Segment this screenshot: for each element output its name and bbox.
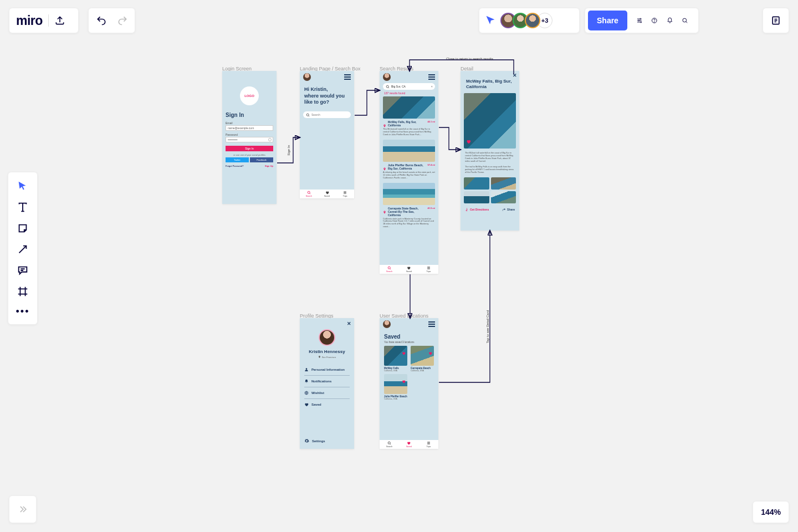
walking-icon	[465, 208, 469, 212]
saved-subtitle: California, USA	[384, 370, 407, 372]
profile-name: Kristin Hennessy	[300, 349, 354, 354]
result-image	[383, 183, 435, 205]
search-value: Big Sur, CA	[391, 85, 406, 88]
social-hint: or use one of your social profiles	[226, 154, 273, 156]
board-canvas[interactable]: Login Screen Landing Page / Search Box S…	[0, 0, 798, 532]
get-directions-button[interactable]: Get Directions	[465, 208, 489, 212]
svg-point-12	[306, 368, 308, 370]
tab-trips[interactable]: Trips	[419, 265, 438, 274]
frame-detail[interactable]: ✕ McWay Falls, Big Sur, California The 8…	[461, 71, 519, 231]
frame-search-results[interactable]: Big Sur, CA × 137 results found McWay Fa…	[380, 71, 438, 274]
detail-paragraph: The 80-foot tall waterfall on the coast …	[465, 152, 515, 163]
tab-search[interactable]: Search	[300, 190, 318, 198]
tab-search[interactable]: Search	[380, 265, 399, 274]
thumbnail[interactable]	[491, 191, 516, 203]
result-description: A relaxing day at the beach awaits at th…	[383, 171, 435, 180]
menu-notifications[interactable]: Notifications	[304, 376, 350, 387]
search-icon	[306, 113, 310, 117]
menu-settings[interactable]: Settings	[304, 438, 325, 443]
bottom-tabbar: Search Saved Trips	[300, 190, 354, 198]
signin-button[interactable]: Sign In	[226, 146, 273, 151]
menu-icon[interactable]	[344, 74, 351, 80]
tab-saved[interactable]: Saved	[399, 440, 418, 449]
password-label: Password	[226, 133, 273, 136]
tab-saved[interactable]: Saved	[399, 265, 418, 274]
frame-profile[interactable]: ✕ Kristin Hennessy San Francisco Persona…	[300, 318, 354, 449]
bottom-tabbar: Search Saved Trips	[380, 265, 438, 274]
menu-wishlist[interactable]: Wishlist	[304, 387, 350, 399]
result-description: California state park in Monterey County…	[383, 218, 435, 229]
result-description: This 80-foot-tall waterfall on the coast…	[383, 128, 435, 136]
heart-icon	[304, 402, 309, 407]
frame-landing[interactable]: Hi Kristin, where would you like to go? …	[300, 71, 354, 198]
thumbnail[interactable]	[491, 177, 516, 190]
heart-icon[interactable]	[428, 347, 432, 357]
tab-saved[interactable]: Saved	[318, 190, 336, 198]
svg-point-14	[388, 442, 390, 444]
annotation: Tap to see Detail Card	[486, 310, 489, 343]
heart-icon[interactable]	[402, 347, 406, 357]
saved-card[interactable]: Julia Pfeiffer Beach California, USA	[384, 374, 407, 400]
eye-icon[interactable]	[268, 138, 272, 141]
svg-point-11	[467, 208, 467, 208]
saved-image	[384, 374, 407, 394]
share-button[interactable]: Share	[502, 208, 515, 212]
email-field[interactable]: name@example.com	[226, 125, 273, 131]
search-input[interactable]: Big Sur, CA ×	[383, 83, 435, 90]
frame-login[interactable]: LOGO Sign In Email name@example.com Pass…	[222, 71, 277, 204]
saved-subtitle: California, USA	[411, 370, 434, 372]
result-card[interactable]: McWay Falls, Big Sur, California 42.1 mi…	[383, 96, 435, 136]
forgot-password-link[interactable]: Forgot Password?	[226, 165, 243, 167]
globe-icon	[304, 391, 309, 395]
tab-trips[interactable]: Trips	[419, 440, 438, 449]
profile-avatar[interactable]	[319, 329, 335, 346]
saved-subheading: You have saved 3 locations	[380, 340, 438, 346]
close-icon[interactable]: ✕	[347, 321, 351, 326]
menu-saved[interactable]: Saved	[304, 399, 350, 410]
thumbnail[interactable]	[464, 177, 489, 190]
password-field[interactable]: ••••••••••	[226, 137, 273, 142]
result-image	[383, 140, 435, 162]
detail-gallery	[461, 176, 519, 204]
tab-trips[interactable]: Trips	[336, 190, 354, 198]
menu-icon[interactable]	[428, 321, 435, 327]
result-image	[383, 96, 435, 119]
svg-point-10	[388, 267, 390, 269]
svg-point-7	[306, 114, 309, 116]
saved-card[interactable]: McWay Falls California, USA	[384, 346, 407, 372]
facebook-button[interactable]: Facebook	[250, 157, 273, 162]
saved-card[interactable]: Garrapata Beach California, USA	[411, 346, 434, 372]
search-icon	[386, 85, 390, 89]
avatar[interactable]	[383, 320, 391, 328]
login-heading: Sign In	[226, 112, 273, 118]
pin-icon	[318, 355, 321, 359]
clear-icon[interactable]: ×	[431, 85, 433, 88]
frame-saved[interactable]: Saved You have saved 3 locations McWay F…	[380, 318, 438, 449]
svg-point-8	[308, 191, 310, 193]
result-card[interactable]: Julia Pfeiffer Burns Beach, Big Sur, Cal…	[383, 140, 435, 180]
detail-paragraph: The trail to McWay Falls is an easy walk…	[465, 166, 515, 174]
bottom-tabbar: Search Saved Trips	[380, 440, 438, 449]
svg-point-9	[386, 85, 388, 88]
menu-personal-info[interactable]: Personal Information	[304, 364, 350, 376]
heart-icon[interactable]	[466, 136, 471, 146]
signup-link[interactable]: Sign Up	[265, 165, 273, 167]
avatar[interactable]	[303, 73, 311, 81]
avatar[interactable]	[383, 73, 391, 81]
profile-location: San Francisco	[300, 355, 354, 359]
logo-placeholder: LOGO	[240, 86, 259, 105]
twitter-button[interactable]: Twitter	[226, 157, 249, 162]
search-input[interactable]: Search	[303, 111, 351, 118]
saved-heading: Saved	[380, 330, 438, 340]
detail-hero-image	[464, 93, 516, 149]
heart-icon[interactable]	[402, 376, 406, 386]
result-title: Julia Pfeiffer Burns Beach, Big Sur, Cal…	[388, 163, 426, 170]
result-card[interactable]: Garrapata State Beach, Carmel-By-The-Sea…	[383, 183, 435, 229]
tab-search[interactable]: Search	[380, 440, 399, 449]
result-title: Garrapata State Beach, Carmel-By-The-Sea…	[388, 207, 426, 217]
thumbnail[interactable]	[464, 191, 489, 203]
close-icon[interactable]: ✕	[513, 73, 517, 78]
pin-icon	[383, 163, 386, 168]
menu-icon[interactable]	[428, 74, 435, 80]
share-icon	[502, 208, 506, 212]
